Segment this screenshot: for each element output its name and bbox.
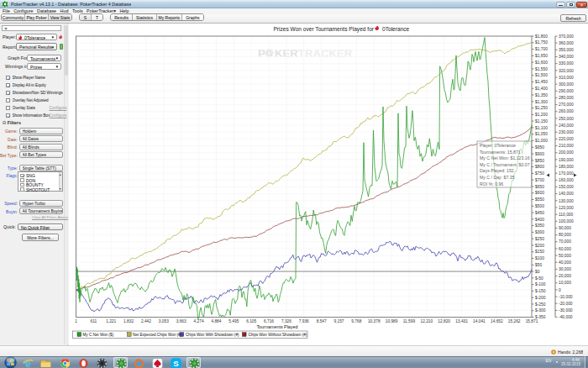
svg-text:$-200: $-200 xyxy=(535,296,546,300)
svg-text:15,262: 15,262 xyxy=(508,319,521,323)
svg-text:$850: $850 xyxy=(535,159,544,163)
svg-text:370,000: 370,000 xyxy=(559,34,574,39)
svg-text:3,663: 3,663 xyxy=(176,319,186,323)
svg-text:320,000: 320,000 xyxy=(559,69,574,73)
svg-text:20,000: 20,000 xyxy=(559,274,571,278)
svg-text:4,884: 4,884 xyxy=(211,319,221,323)
svg-text:Days Played: 152: Days Played: 152 xyxy=(480,168,514,173)
svg-text:$650: $650 xyxy=(535,185,544,189)
svg-text:P: P xyxy=(258,47,265,60)
svg-text:170,000: 170,000 xyxy=(559,171,574,176)
svg-text:9,157: 9,157 xyxy=(333,319,344,323)
svg-text:1,221: 1,221 xyxy=(106,319,116,323)
svg-text:$1,750: $1,750 xyxy=(535,40,548,45)
svg-text:240,000: 240,000 xyxy=(559,124,574,128)
svg-text:$350: $350 xyxy=(535,223,544,228)
svg-text:230,000: 230,000 xyxy=(559,130,574,134)
svg-text:250,000: 250,000 xyxy=(559,117,574,121)
svg-text:$500: $500 xyxy=(535,204,544,208)
svg-text:15,871: 15,871 xyxy=(526,319,538,323)
svg-text:340,000: 340,000 xyxy=(559,55,574,59)
svg-text:80,000: 80,000 xyxy=(559,233,571,237)
svg-text:$700: $700 xyxy=(535,178,544,182)
svg-text:60,000: 60,000 xyxy=(559,247,571,251)
svg-text:$1,150: $1,150 xyxy=(535,119,548,124)
svg-text:$150: $150 xyxy=(535,250,544,254)
svg-text:$450: $450 xyxy=(535,211,544,215)
svg-text:Chips Won Without Showdown (#): Chips Won Without Showdown (#) xyxy=(249,333,307,337)
svg-text:$1,200: $1,200 xyxy=(535,113,548,117)
svg-text:$900: $900 xyxy=(535,152,544,156)
svg-text:270,000: 270,000 xyxy=(559,103,574,107)
svg-text:$550: $550 xyxy=(535,197,544,202)
svg-text:50,000: 50,000 xyxy=(559,254,571,258)
svg-text:$-250: $-250 xyxy=(535,302,546,307)
svg-text:310,000: 310,000 xyxy=(559,76,574,80)
svg-text:$1,550: $1,550 xyxy=(535,67,548,71)
svg-text:10,989: 10,989 xyxy=(386,319,398,323)
svg-text:$400: $400 xyxy=(535,218,544,222)
svg-text:S: S xyxy=(173,359,178,368)
svg-text:200,000: 200,000 xyxy=(559,150,574,155)
svg-text:14,652: 14,652 xyxy=(491,319,503,323)
svg-text:Net Expected Chips Won (#): Net Expected Chips Won (#) xyxy=(133,333,182,337)
svg-text:5,495: 5,495 xyxy=(228,319,239,323)
svg-text:-40,000: -40,000 xyxy=(559,315,573,319)
svg-text:Tournaments: 15,871: Tournaments: 15,871 xyxy=(480,150,521,155)
svg-text:4,274: 4,274 xyxy=(194,319,204,323)
svg-text:$1,400: $1,400 xyxy=(535,87,548,91)
svg-text:My C Net Won: $1,123.16: My C Net Won: $1,123.16 xyxy=(480,155,530,160)
svg-text:12,820: 12,820 xyxy=(438,319,450,323)
svg-text:13,431: 13,431 xyxy=(455,319,468,323)
svg-text:Prizes Won over Tournaments Pl: Prizes Won over Tournaments Played for xyxy=(273,26,374,33)
svg-text:$1,600: $1,600 xyxy=(535,60,548,65)
svg-text:$0: $0 xyxy=(535,270,540,274)
svg-text:30,000: 30,000 xyxy=(559,267,571,271)
svg-text:6,105: 6,105 xyxy=(246,319,256,323)
svg-text:2,442: 2,442 xyxy=(141,319,151,323)
svg-text:300,000: 300,000 xyxy=(559,82,574,87)
svg-text:$1,050: $1,050 xyxy=(535,132,548,136)
svg-text:90,000: 90,000 xyxy=(559,226,571,230)
svg-text:8,547: 8,547 xyxy=(317,319,327,323)
svg-text:290,000: 290,000 xyxy=(559,89,574,93)
svg-text:$1,500: $1,500 xyxy=(535,73,548,77)
svg-text:110,000: 110,000 xyxy=(559,213,574,217)
svg-text:10,378: 10,378 xyxy=(368,319,381,323)
svg-text:$50: $50 xyxy=(535,263,542,267)
svg-text:130,000: 130,000 xyxy=(559,199,574,203)
svg-text:$1,700: $1,700 xyxy=(535,47,548,51)
svg-text:$250: $250 xyxy=(535,237,544,241)
svg-text:360,000: 360,000 xyxy=(559,41,574,45)
svg-text:1,832: 1,832 xyxy=(123,319,134,323)
svg-text:-10,000: -10,000 xyxy=(559,295,573,299)
svg-text:$-300: $-300 xyxy=(535,308,546,313)
svg-text:My C / Day: $7.35: My C / Day: $7.35 xyxy=(480,175,515,180)
svg-text:120,000: 120,000 xyxy=(559,206,574,210)
svg-text:280,000: 280,000 xyxy=(559,96,574,100)
svg-text:-20,000: -20,000 xyxy=(559,302,573,306)
svg-text:40,000: 40,000 xyxy=(559,260,571,265)
svg-text:$1,350: $1,350 xyxy=(535,93,548,97)
svg-text:Player: 0Tolerance: Player: 0Tolerance xyxy=(480,143,516,148)
svg-text:140,000: 140,000 xyxy=(559,192,574,196)
svg-text:150,000: 150,000 xyxy=(559,185,574,189)
svg-text:$750: $750 xyxy=(535,171,544,176)
svg-text:210,000: 210,000 xyxy=(559,144,574,148)
svg-text:9,768: 9,768 xyxy=(351,319,361,323)
svg-text:$1,000: $1,000 xyxy=(535,139,548,143)
svg-text:0: 0 xyxy=(559,288,561,292)
svg-text:$-100: $-100 xyxy=(535,282,546,287)
svg-text:$-150: $-150 xyxy=(535,289,546,293)
svg-text:7,326: 7,326 xyxy=(281,319,291,323)
svg-text:$300: $300 xyxy=(535,230,544,234)
svg-text:-30,000: -30,000 xyxy=(559,308,573,313)
svg-text:160,000: 160,000 xyxy=(559,178,574,182)
svg-text:$800: $800 xyxy=(535,165,544,169)
svg-text:70,000: 70,000 xyxy=(559,239,571,244)
svg-text:$1,100: $1,100 xyxy=(535,126,548,130)
svg-text:350,000: 350,000 xyxy=(559,48,574,52)
svg-text:Chips Won With Showdown (#): Chips Won With Showdown (#) xyxy=(186,333,239,337)
svg-text:12,210: 12,210 xyxy=(421,319,433,323)
svg-text:611: 611 xyxy=(91,319,97,323)
